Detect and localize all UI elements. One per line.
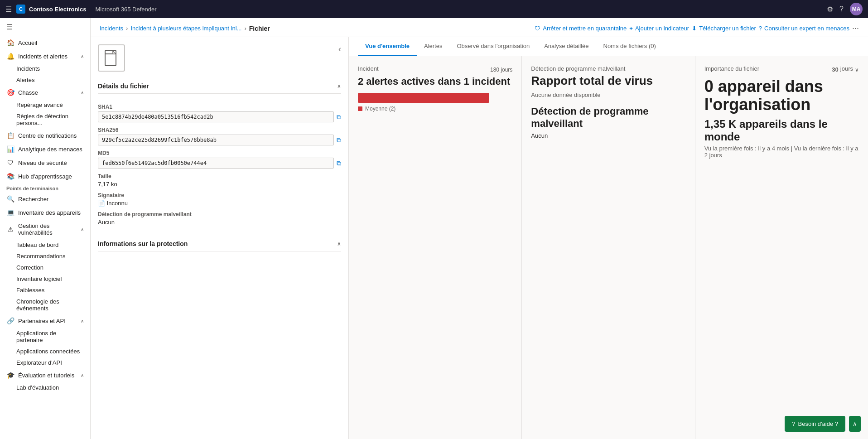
product-name: Microsoft 365 Defender	[95, 6, 156, 13]
importance-panel: Importance du fichier 30 jours ∨ 0 appar…	[695, 56, 868, 439]
sidebar-label-rechercher: Rechercher	[18, 196, 48, 203]
add-indicator-button[interactable]: + Ajouter un indicateur	[629, 25, 689, 32]
chevron-partenaires-icon: ∧	[81, 318, 84, 323]
sidebar-item-correction[interactable]: Correction	[16, 262, 90, 273]
sidebar-item-incidents[interactable]: Incidents	[16, 63, 90, 74]
sidebar-item-inventaire-appareils[interactable]: 💻 Inventaire des appareils	[0, 206, 90, 219]
breadcrumb: Incidents › Incident à plusieurs étapes …	[91, 18, 868, 37]
sidebar-item-faiblesses[interactable]: Faiblesses	[16, 285, 90, 296]
tab-vue-ensemble[interactable]: Vue d'ensemble	[358, 37, 417, 56]
sidebar-item-analytique[interactable]: 📊 Analytique des menaces	[0, 142, 90, 156]
sidebar-label-tableau-bord: Tableau de bord	[16, 241, 58, 248]
sidebar-item-accueil[interactable]: 🏠 Accueil	[0, 36, 90, 49]
sidebar-label-inventaire-logiciel: Inventaire logiciel	[16, 275, 62, 282]
sha256-copy-button[interactable]: ⧉	[337, 136, 341, 144]
incident-panel-title: Incident	[358, 65, 379, 72]
sidebar-label-incidents-alertes: Incidents et alertes	[18, 53, 68, 60]
sidebar-item-tableau-bord[interactable]: Tableau de bord	[16, 239, 90, 251]
analytics-icon: 📊	[6, 145, 14, 153]
collapse-panel-button[interactable]: ‹	[338, 44, 341, 54]
incident-main-stat: 2 alertes actives dans 1 incident	[358, 76, 512, 87]
protection-toggle[interactable]: ∧	[337, 241, 341, 247]
legend-label: Moyenne (2)	[365, 106, 395, 112]
help-expand-button[interactable]: ∧	[849, 416, 861, 432]
sidebar-item-inventaire-logiciel[interactable]: Inventaire logiciel	[16, 273, 90, 285]
right-panel: Vue d'ensemble Alertes Observé dans l'or…	[349, 37, 868, 439]
sha1-input[interactable]	[98, 111, 334, 122]
sidebar-item-reperage[interactable]: Repérage avancé	[16, 99, 90, 111]
breadcrumb-incident-detail[interactable]: Incident à plusieurs étapes impliquant i…	[130, 25, 241, 32]
sidebar-label-analytique: Analytique des menaces	[18, 146, 82, 153]
sha1-row: ⧉	[98, 111, 341, 122]
sidebar-item-recommandations[interactable]: Recommandations	[16, 251, 90, 262]
sidebar-item-rechercher[interactable]: 🔍 Rechercher	[0, 192, 90, 206]
sidebar-item-centre-notif[interactable]: 📋 Centre de notifications	[0, 129, 90, 142]
sidebar-item-apps-connectees[interactable]: Applications connectées	[16, 346, 90, 357]
breadcrumb-incidents[interactable]: Incidents	[100, 25, 123, 32]
sidebar-label-apps-connectees: Applications connectées	[16, 348, 80, 355]
tab-noms-fichiers[interactable]: Noms de fichiers (0)	[596, 37, 663, 56]
sidebar-label-niveau-securite: Niveau de sécurité	[18, 159, 67, 166]
sidebar-label-partenaires: Partenaires et API	[18, 318, 66, 324]
signataire-value: 📄 Inconnu	[98, 200, 341, 207]
sidebar-label-correction: Correction	[16, 264, 43, 271]
sha1-copy-button[interactable]: ⧉	[337, 113, 341, 121]
incident-chart	[358, 93, 512, 103]
sidebar-item-partenaires[interactable]: 🔗 Partenaires et API ∧	[0, 314, 90, 328]
file-details-toggle[interactable]: ∧	[337, 83, 341, 89]
tab-observe-org[interactable]: Observé dans l'organisation	[449, 37, 537, 56]
file-details-title: Détails du fichier	[98, 82, 149, 90]
aucun-label: Aucun	[531, 132, 685, 139]
sidebar-sub-incidents: Incidents Alertes	[0, 63, 90, 86]
sidebar-item-lab[interactable]: Lab d'évaluation	[16, 382, 90, 393]
sidebar-label-faiblesses: Faiblesses	[16, 287, 44, 294]
md5-label: MD5	[98, 150, 341, 156]
hamburger-icon[interactable]: ☰	[5, 5, 12, 14]
incident-bar	[358, 93, 489, 103]
help-label: Besoin d'aide ?	[798, 420, 839, 427]
md5-copy-button[interactable]: ⧉	[337, 159, 341, 167]
quarantine-button[interactable]: 🛡 Arrêter et mettre en quarantaine	[535, 25, 627, 32]
sidebar-label-lab: Lab d'évaluation	[16, 384, 59, 391]
sidebar-item-evaluation[interactable]: 🎓 Évaluation et tutoriels ∧	[0, 368, 90, 382]
sidebar-item-regles[interactable]: Règles de détection persona...	[16, 111, 90, 129]
warning-icon: ⚠	[6, 226, 14, 233]
more-actions-button[interactable]: ···	[852, 24, 859, 33]
sidebar-item-incidents-alertes[interactable]: 🔔 Incidents et alertes ∧	[0, 49, 90, 63]
chevron-up-icon: ∧	[853, 420, 857, 427]
sidebar-item-niveau-securite[interactable]: 🛡 Niveau de sécurité	[0, 156, 90, 169]
sidebar-label-chasse: Chasse	[18, 89, 38, 96]
sha256-input[interactable]	[98, 135, 334, 145]
tab-alertes[interactable]: Alertes	[417, 37, 449, 56]
signataire-label: Signataire	[98, 192, 341, 198]
sidebar-label-hub: Hub d'apprentissage	[18, 173, 72, 180]
malware-panel: Détection de programme malveillant Rappo…	[522, 56, 695, 439]
question-icon: ?	[759, 25, 762, 32]
help-icon[interactable]: ?	[839, 5, 844, 13]
sidebar-item-alertes[interactable]: Alertes	[16, 74, 90, 86]
detection-malveillant-value: Aucun	[98, 219, 341, 226]
world-count: 1,35 K appareils dans le monde	[704, 118, 859, 143]
sidebar-section-points: Points de terminaison	[0, 183, 90, 192]
sidebar-item-explorateur-api[interactable]: Explorateur d'API	[16, 357, 90, 368]
sidebar-item-apps-partenaire[interactable]: Applications de partenaire	[16, 328, 90, 346]
help-button[interactable]: ? Besoin d'aide ?	[785, 416, 845, 432]
app-name: Contoso Electronics	[29, 6, 86, 13]
sha1-label: SHA1	[98, 104, 341, 110]
sidebar-label-gestion-vuln: Gestion des vulnérabilités	[18, 222, 77, 236]
tab-analyse-detaillee[interactable]: Analyse détaillée	[537, 37, 596, 56]
overview-area: Incident 180 jours 2 alertes actives dan…	[349, 56, 868, 439]
expert-button[interactable]: ? Consulter un expert en menaces	[759, 25, 849, 32]
download-button[interactable]: ⬇ Télécharger un fichier	[692, 25, 756, 32]
sidebar-item-chasse[interactable]: 🎯 Chasse ∧	[0, 86, 90, 99]
sidebar-label-explorateur-api: Explorateur d'API	[16, 359, 62, 366]
md5-input[interactable]	[98, 158, 334, 169]
sidebar-item-gestion-vuln[interactable]: ⚠ Gestion des vulnérabilités ∧	[0, 219, 90, 239]
sidebar-item-chronologie[interactable]: Chronologie des événements	[16, 296, 90, 314]
download-icon: ⬇	[692, 25, 697, 32]
avatar[interactable]: MA	[850, 3, 863, 15]
sidebar-hamburger[interactable]: ☰	[0, 18, 90, 36]
settings-icon[interactable]: ⚙	[827, 5, 833, 14]
sidebar-item-hub[interactable]: 📚 Hub d'apprentissage	[0, 169, 90, 183]
chevron-down-icon[interactable]: ∨	[855, 67, 859, 73]
